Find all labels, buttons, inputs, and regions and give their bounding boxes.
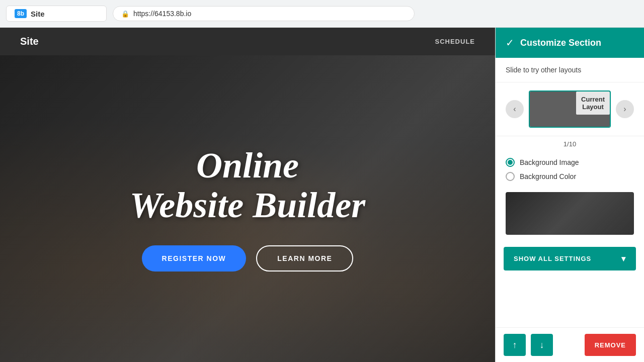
bg-color-radio[interactable]	[506, 172, 515, 181]
customize-panel: ✓ Customize Section Slide to try other l…	[495, 28, 644, 362]
layout-carousel: ‹ CurrentLayout ›	[496, 82, 644, 136]
bg-options: Background Image Background Color	[496, 152, 644, 192]
site-nav: Site SCHEDULE	[0, 28, 495, 55]
address-bar[interactable]: 🔒 https://64153.8b.io	[113, 6, 415, 21]
main-area: Site SCHEDULE Online Website Builder REG…	[0, 28, 644, 362]
site-nav-logo: Site	[20, 36, 39, 47]
check-icon: ✓	[506, 37, 514, 49]
carousel-prev-button[interactable]: ‹	[506, 100, 524, 118]
chevron-down-icon: ▾	[621, 254, 626, 263]
register-now-button[interactable]: REGISTER NOW	[142, 245, 247, 272]
hero-title-line2: Website Builder	[130, 185, 366, 225]
browser-tab[interactable]: 8b Site	[6, 6, 107, 22]
url-text: https://64153.8b.io	[133, 10, 191, 18]
hero-title-line1: Online	[196, 145, 299, 186]
hero-buttons: REGISTER NOW LEARN MORE	[130, 245, 366, 272]
show-all-label: SHOW ALL SETTINGS	[514, 255, 591, 262]
radio-selected-dot	[508, 160, 513, 165]
bg-thumbnail[interactable]	[506, 192, 634, 235]
current-layout-label: CurrentLayout	[576, 92, 610, 115]
lock-icon: 🔒	[121, 10, 129, 18]
bg-image-option[interactable]: Background Image	[506, 158, 634, 167]
site-tab-label: Site	[31, 10, 45, 18]
panel-header: ✓ Customize Section	[496, 28, 644, 58]
remove-button[interactable]: REMOVE	[585, 334, 636, 356]
bg-image-label: Background Image	[520, 158, 579, 166]
panel-title: Customize Section	[520, 38, 601, 48]
site-nav-links: SCHEDULE	[435, 38, 475, 45]
hero-content: Online Website Builder REGISTER NOW LEAR…	[110, 126, 386, 292]
panel-footer: ↑ ↓ REMOVE	[496, 327, 644, 362]
panel-subtitle: Slide to try other layouts	[496, 58, 644, 82]
nav-link-schedule[interactable]: SCHEDULE	[435, 38, 475, 45]
carousel-preview: CurrentLayout	[529, 90, 611, 128]
layout-counter: 1/10	[496, 136, 644, 152]
bg-color-option[interactable]: Background Color	[506, 172, 634, 181]
hero-title: Online Website Builder	[130, 146, 366, 225]
move-up-button[interactable]: ↑	[504, 334, 526, 356]
move-down-button[interactable]: ↓	[531, 334, 553, 356]
carousel-next-button[interactable]: ›	[616, 100, 634, 118]
site-preview: Site SCHEDULE Online Website Builder REG…	[0, 28, 495, 362]
bg-color-label: Background Color	[520, 172, 576, 180]
browser-bar: 8b Site 🔒 https://64153.8b.io	[0, 0, 644, 28]
learn-more-button[interactable]: LEARN MORE	[256, 245, 353, 272]
show-all-settings-button[interactable]: SHOW ALL SETTINGS ▾	[504, 247, 636, 270]
bg-image-radio[interactable]	[506, 158, 515, 167]
logo-badge: 8b	[15, 9, 27, 18]
hero-section: Online Website Builder REGISTER NOW LEAR…	[0, 55, 495, 362]
